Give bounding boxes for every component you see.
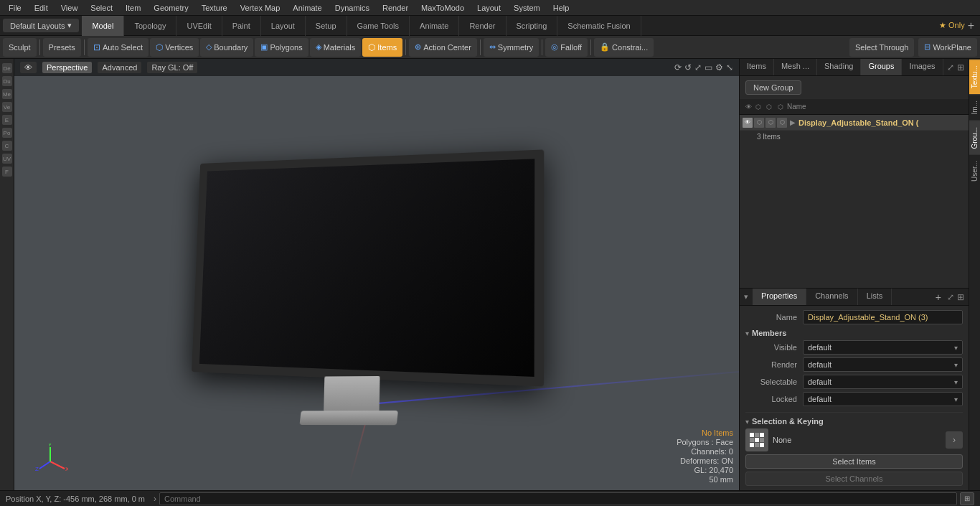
command-go-button[interactable]: ⊞ <box>960 492 974 505</box>
boundary-button[interactable]: ◇ Boundary <box>200 38 253 57</box>
canvas-area[interactable]: No Items Polygons : Face Channels: 0 Def… <box>14 76 739 490</box>
viewport-icon-reset[interactable]: ↺ <box>684 62 692 72</box>
command-input[interactable] <box>159 492 957 505</box>
group-render-icon[interactable]: ⬡ <box>754 118 764 128</box>
viewport-tab-advanced[interactable]: Advanced <box>98 62 141 73</box>
prop-locked-select[interactable]: default ▾ <box>803 392 963 406</box>
sidebar-handle-6[interactable]: Po <box>2 128 12 138</box>
command-arrow-icon[interactable]: › <box>154 494 156 504</box>
items-button[interactable]: ⬡ Items <box>362 38 402 57</box>
viewport-icon-zoom[interactable]: ⤢ <box>694 62 702 72</box>
menu-geometry[interactable]: Geometry <box>148 2 194 14</box>
prop-pin-icon[interactable]: ⊞ <box>957 292 964 302</box>
sidebar-handle-3[interactable]: Me <box>2 89 12 99</box>
right-edge-tab-im[interactable]: Im... <box>969 94 980 120</box>
layout-tab-render[interactable]: Render <box>459 16 506 36</box>
sidebar-handle-9[interactable]: F <box>2 167 12 177</box>
menu-animate[interactable]: Animate <box>287 2 327 14</box>
layout-tab-paint[interactable]: Paint <box>222 16 261 36</box>
prop-name-input[interactable] <box>803 310 963 324</box>
menu-select[interactable]: Select <box>85 2 118 14</box>
polygons-button[interactable]: ▣ Polygons <box>255 38 308 57</box>
falloff-button[interactable]: ◎ Falloff <box>545 38 588 57</box>
prop-add-icon[interactable]: + <box>933 291 944 303</box>
layout-tab-schematic[interactable]: Schematic Fusion <box>557 16 641 36</box>
sidebar-handle-7[interactable]: C <box>2 141 12 151</box>
properties-collapse-icon[interactable]: ▾ <box>740 289 753 305</box>
members-section-header[interactable]: ▾ Members <box>745 329 963 337</box>
menu-item[interactable]: Item <box>120 2 146 14</box>
layout-tab-uvedit[interactable]: UVEdit <box>176 16 222 36</box>
constraints-button[interactable]: 🔒 Constrai... <box>594 38 654 57</box>
viewport-tab-eye[interactable]: 👁 <box>20 62 37 73</box>
presets-button[interactable]: Presets <box>43 38 81 57</box>
layout-dropdown[interactable]: Default Layouts ▾ <box>3 19 79 32</box>
vertices-button[interactable]: ⬡ Vertices <box>150 38 199 57</box>
group-row-main[interactable]: 👁 ⬡ ⬡ ⬡ ▶ Display_Adjustable_Stand_ON ( <box>740 115 969 131</box>
sidebar-handle-1[interactable]: De <box>2 63 12 73</box>
layout-tab-gametools[interactable]: Game Tools <box>347 16 410 36</box>
menu-edit[interactable]: Edit <box>29 2 54 14</box>
auto-select-button[interactable]: ⊡ Auto Select <box>88 38 149 57</box>
sidebar-handle-8[interactable]: UV <box>2 154 12 164</box>
select-channels-button[interactable]: Select Channels <box>745 472 963 486</box>
new-group-button[interactable]: New Group <box>745 80 801 95</box>
right-edge-tab-texture[interactable]: Textu... <box>969 59 980 94</box>
sidebar-handle-5[interactable]: E <box>2 115 12 125</box>
group-eye-icon[interactable]: 👁 <box>743 118 753 128</box>
sel-keying-section-header[interactable]: ▾ Selection & Keying <box>745 412 963 426</box>
sculpt-button[interactable]: Sculpt <box>3 38 37 57</box>
select-through-button[interactable]: Select Through <box>849 38 914 57</box>
layout-tab-scripting[interactable]: Scripting <box>507 16 558 36</box>
prop-tab-lists[interactable]: Lists <box>858 289 892 305</box>
right-tab-expand-icon[interactable]: ⤢ <box>947 62 954 72</box>
right-tab-groups[interactable]: Groups <box>861 59 902 75</box>
symmetry-button[interactable]: ⇔ Symmetry <box>484 38 540 57</box>
right-tab-shading[interactable]: Shading <box>817 59 861 75</box>
group-row-expand-icon[interactable]: ▶ <box>790 118 796 126</box>
right-edge-tab-groups[interactable]: Grou... <box>969 121 980 155</box>
prop-tab-properties[interactable]: Properties <box>753 289 806 305</box>
menu-file[interactable]: File <box>3 2 27 14</box>
action-center-button[interactable]: ⊕ Action Center <box>409 38 477 57</box>
add-layout-button[interactable]: + <box>968 19 974 32</box>
select-items-button[interactable]: Select Items <box>745 454 963 469</box>
prop-render-select[interactable]: default ▾ <box>803 357 963 372</box>
menu-vertexmap[interactable]: Vertex Map <box>235 2 286 14</box>
right-tab-pin-icon[interactable]: ⊞ <box>957 62 964 72</box>
right-tab-items[interactable]: Items <box>740 59 774 75</box>
group-lock-icon[interactable]: ⬡ <box>765 118 776 128</box>
layout-tab-setup[interactable]: Setup <box>306 16 347 36</box>
menu-layout[interactable]: Layout <box>471 2 507 14</box>
star-only-label[interactable]: ★ Only <box>939 21 965 30</box>
menu-dynamics[interactable]: Dynamics <box>329 2 375 14</box>
layout-tab-animate[interactable]: Animate <box>410 16 459 36</box>
prop-selectable-select[interactable]: default ▾ <box>803 375 963 389</box>
viewport[interactable]: 👁 Perspective Advanced Ray GL: Off ⟳ ↺ ⤢… <box>14 59 739 490</box>
sidebar-handle-2[interactable]: Du <box>2 76 12 86</box>
right-tab-images[interactable]: Images <box>902 59 943 75</box>
layout-tab-model[interactable]: Model <box>82 16 124 36</box>
layout-tab-layout[interactable]: Layout <box>261 16 306 36</box>
right-edge-tab-user[interactable]: User... <box>969 154 980 187</box>
sidebar-handle-4[interactable]: Ve <box>2 102 12 112</box>
right-tab-mesh[interactable]: Mesh ... <box>774 59 817 75</box>
viewport-tab-raygl[interactable]: Ray GL: Off <box>147 62 197 73</box>
viewport-icon-settings[interactable]: ⚙ <box>715 62 723 72</box>
menu-view[interactable]: View <box>55 2 84 14</box>
layout-tab-topology[interactable]: Topology <box>124 16 176 36</box>
prop-visible-select[interactable]: default ▾ <box>803 340 963 355</box>
sel-expand-button[interactable]: › <box>946 431 963 449</box>
prop-expand-icon[interactable]: ⤢ <box>947 292 954 302</box>
menu-render[interactable]: Render <box>377 2 414 14</box>
menu-help[interactable]: Help <box>547 2 575 14</box>
viewport-icon-expand[interactable]: ⤡ <box>726 62 733 72</box>
viewport-icon-frame[interactable]: ▭ <box>705 62 712 72</box>
viewport-icon-rotate[interactable]: ⟳ <box>674 62 682 72</box>
prop-tab-channels[interactable]: Channels <box>806 289 857 305</box>
menu-system[interactable]: System <box>508 2 546 14</box>
menu-texture[interactable]: Texture <box>196 2 233 14</box>
menu-maxtomodo[interactable]: MaxToModo <box>415 2 470 14</box>
workplane-button[interactable]: ⊟ WorkPlane <box>918 38 977 57</box>
group-key-icon[interactable]: ⬡ <box>777 118 787 128</box>
